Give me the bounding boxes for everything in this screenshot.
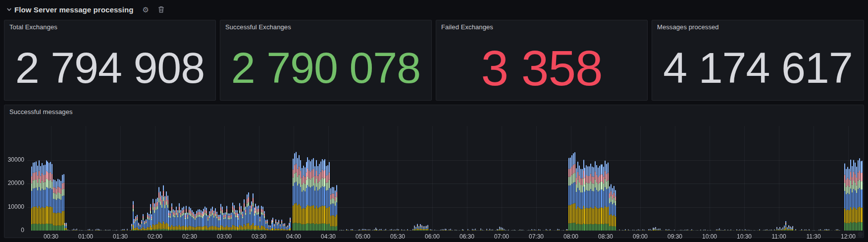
panel-resize-handle[interactable] (858, 232, 863, 237)
x-axis-tick: 00:30 (39, 233, 63, 240)
panel-title[interactable]: Total Exchanges (9, 23, 57, 31)
x-axis-tick: 12:00 (836, 233, 861, 240)
x-axis-tick: 08:30 (593, 233, 618, 240)
row-actions: ⚙ (143, 6, 164, 13)
x-axis-tick: 05:30 (385, 233, 410, 240)
y-axis-tick: 10000 (4, 203, 24, 210)
x-axis-tick: 11:30 (801, 233, 826, 240)
stat-panel-failed-exchanges: Failed Exchanges 3 358 (436, 20, 648, 101)
x-axis-tick: 07:30 (524, 233, 549, 240)
stat-panel-total-exchanges: Total Exchanges 2 794 908 (4, 20, 216, 101)
panel-title[interactable]: Messages processed (657, 23, 719, 31)
x-axis-tick: 11:00 (766, 233, 791, 240)
x-axis-tick: 06:00 (420, 233, 445, 240)
trash-icon[interactable] (158, 6, 164, 13)
gear-icon[interactable]: ⚙ (143, 6, 149, 13)
stat-panel-messages-processed: Messages processed 4 174 617 (652, 20, 864, 101)
row-title[interactable]: Flow Server message processing (14, 5, 134, 14)
x-axis-tick: 04:00 (281, 233, 306, 240)
x-axis-tick: 03:30 (247, 233, 271, 240)
x-axis-tick: 10:30 (732, 233, 757, 240)
x-axis-tick: 01:30 (108, 233, 133, 240)
x-axis-tick: 05:00 (351, 233, 375, 240)
panel-title[interactable]: Failed Exchanges (441, 23, 493, 31)
x-axis-tick: 09:30 (663, 233, 687, 240)
successful-messages-panel: Successful messages 0100002000030000 00:… (4, 105, 864, 238)
stat-value: 2 790 078 (220, 35, 431, 100)
stat-value: 3 358 (436, 35, 647, 100)
y-axis-tick: 0 (4, 227, 24, 234)
x-axis-tick: 01:00 (73, 233, 98, 240)
chevron-down-icon[interactable] (6, 7, 12, 12)
stat-value: 4 174 617 (652, 35, 864, 100)
x-axis-tick: 09:00 (628, 233, 653, 240)
stat-value: 2 794 908 (4, 35, 215, 100)
successful-messages-chart[interactable] (4, 105, 865, 239)
x-axis-tick: 02:30 (177, 233, 202, 240)
x-axis-tick: 08:00 (559, 233, 583, 240)
y-axis-tick: 20000 (4, 180, 24, 186)
panel-title[interactable]: Successful Exchanges (225, 23, 291, 31)
x-axis-tick: 10:00 (697, 233, 722, 240)
stat-panel-successful-exchanges: Successful Exchanges 2 790 078 (220, 20, 432, 101)
x-axis-tick: 02:00 (143, 233, 167, 240)
x-axis-tick: 06:30 (455, 233, 479, 240)
x-axis-tick: 03:00 (212, 233, 237, 240)
x-axis-tick: 07:00 (489, 233, 514, 240)
x-axis-tick: 04:30 (316, 233, 341, 240)
dashboard-row-header: Flow Server message processing ⚙ (0, 0, 868, 19)
y-axis-tick: 30000 (4, 156, 24, 163)
